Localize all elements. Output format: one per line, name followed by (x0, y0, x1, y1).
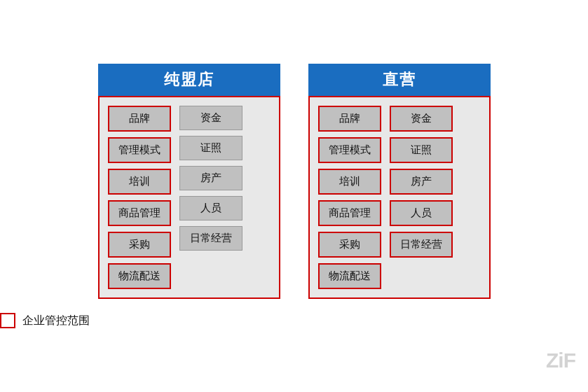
page-wrapper: 纯盟店 品牌 管理模式 培训 商品管理 采购 物流配送 资金 证照 房产 人员 … (0, 0, 588, 392)
list-item[interactable]: 人员 (390, 200, 453, 226)
list-item[interactable]: 商品管理 (108, 200, 171, 226)
list-item[interactable]: 证照 (390, 137, 453, 163)
list-item[interactable]: 人员 (179, 196, 242, 220)
header-direct: 直营 (308, 64, 491, 96)
section-direct: 直营 品牌 管理模式 培训 商品管理 采购 物流配送 资金 证照 房产 人员 日… (308, 64, 491, 299)
legend: 企业管控范围 (0, 313, 90, 328)
list-item[interactable]: 证照 (179, 136, 242, 160)
watermark: ZiF (546, 349, 575, 372)
list-item[interactable]: 房产 (179, 166, 242, 190)
list-item[interactable]: 日常经营 (390, 232, 453, 258)
legend-icon (0, 313, 15, 328)
body-direct: 品牌 管理模式 培训 商品管理 采购 物流配送 资金 证照 房产 人员 日常经营 (308, 96, 491, 299)
list-item[interactable]: 物流配送 (318, 263, 381, 289)
right-col-direct: 资金 证照 房产 人员 日常经营 (390, 106, 453, 289)
left-col-pure: 品牌 管理模式 培训 商品管理 采购 物流配送 (108, 106, 171, 289)
list-item[interactable]: 资金 (179, 106, 242, 130)
list-item[interactable]: 品牌 (108, 106, 171, 132)
right-col-pure: 资金 证照 房产 人员 日常经营 (179, 106, 242, 289)
list-item[interactable]: 物流配送 (108, 263, 171, 289)
legend-label: 企业管控范围 (22, 314, 90, 328)
header-pure-franchise: 纯盟店 (98, 64, 280, 96)
list-item[interactable]: 资金 (390, 106, 453, 132)
list-item[interactable]: 管理模式 (108, 137, 171, 163)
list-item[interactable]: 培训 (108, 169, 171, 195)
list-item[interactable]: 品牌 (318, 106, 381, 132)
body-pure-franchise: 品牌 管理模式 培训 商品管理 采购 物流配送 资金 证照 房产 人员 日常经营 (98, 96, 280, 299)
list-item[interactable]: 培训 (318, 169, 381, 195)
left-col-direct: 品牌 管理模式 培训 商品管理 采购 物流配送 (318, 106, 381, 289)
list-item[interactable]: 采购 (108, 232, 171, 258)
list-item[interactable]: 商品管理 (318, 200, 381, 226)
list-item[interactable]: 采购 (318, 232, 381, 258)
section-pure-franchise: 纯盟店 品牌 管理模式 培训 商品管理 采购 物流配送 资金 证照 房产 人员 … (98, 64, 280, 299)
list-item[interactable]: 管理模式 (318, 137, 381, 163)
list-item[interactable]: 日常经营 (179, 226, 242, 251)
list-item[interactable]: 房产 (390, 169, 453, 195)
sections-row: 纯盟店 品牌 管理模式 培训 商品管理 采购 物流配送 资金 证照 房产 人员 … (98, 64, 491, 299)
